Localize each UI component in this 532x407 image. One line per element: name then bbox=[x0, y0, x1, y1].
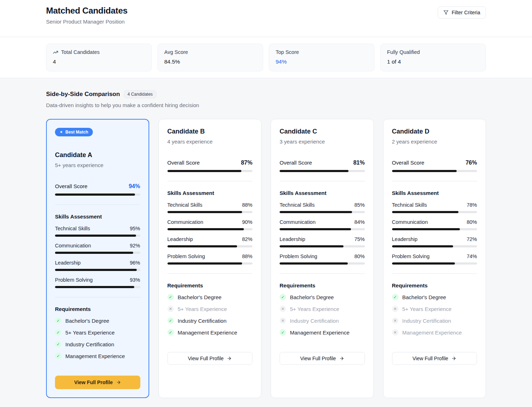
skill-bar bbox=[55, 269, 140, 271]
requirement-row: Bachelor's Degree bbox=[167, 294, 253, 300]
skills-section-title: Skills Assessment bbox=[280, 190, 365, 196]
filter-criteria-button[interactable]: Filter Criteria bbox=[438, 6, 486, 19]
skill-value: 96% bbox=[130, 260, 140, 266]
skills-section-title: Skills Assessment bbox=[167, 190, 253, 196]
candidate-card-a: ★ Best Match Candidate A 5+ years experi… bbox=[46, 119, 149, 398]
candidate-card-b: Candidate B 4 years experience Overall S… bbox=[159, 119, 262, 398]
overall-score-bar bbox=[392, 170, 477, 172]
overall-score-bar-fill bbox=[167, 170, 241, 172]
skill-bar bbox=[280, 245, 365, 247]
skills-assessment-block: Skills Assessment Technical Skills 85% C… bbox=[280, 190, 365, 265]
skills-assessment-block: Skills Assessment Technical Skills 88% C… bbox=[167, 190, 253, 265]
divider bbox=[55, 297, 140, 297]
skill-bar-fill bbox=[392, 262, 455, 265]
skill-value: 74% bbox=[467, 253, 477, 259]
overall-score-value: 81% bbox=[353, 160, 365, 166]
candidate-name: Candidate C bbox=[280, 128, 365, 135]
arrow-right-icon bbox=[339, 356, 344, 361]
overall-score-block: Overall Score 94% bbox=[55, 183, 140, 196]
x-icon bbox=[280, 317, 286, 324]
skill-bar-fill bbox=[280, 211, 352, 213]
view-full-profile-label: View Full Profile bbox=[300, 356, 336, 361]
requirement-row: 5+ Years Experience bbox=[55, 329, 140, 336]
candidate-experience: 5+ years experience bbox=[55, 162, 140, 168]
skill-label: Problem Solving bbox=[280, 253, 317, 259]
requirement-label: Management Experience bbox=[402, 330, 462, 336]
requirement-label: 5+ Years Experience bbox=[402, 306, 452, 312]
divider bbox=[392, 181, 477, 181]
check-icon bbox=[167, 329, 174, 336]
skill-bar-fill bbox=[392, 245, 453, 247]
view-full-profile-label: View Full Profile bbox=[188, 356, 224, 361]
skill-bar bbox=[280, 211, 365, 213]
requirements-section-title: Requirements bbox=[280, 282, 365, 288]
skill-row: Leadership 96% bbox=[55, 260, 140, 271]
requirement-label: Bachelor's Degree bbox=[178, 294, 222, 300]
skill-row: Leadership 75% bbox=[280, 236, 365, 247]
skill-label: Leadership bbox=[55, 260, 81, 266]
requirement-row: Management Experience bbox=[167, 329, 253, 336]
skill-bar bbox=[280, 228, 365, 230]
skill-label: Problem Solving bbox=[167, 253, 205, 259]
comparison-subtitle: Data-driven insights to help you make a … bbox=[46, 102, 486, 108]
x-icon bbox=[392, 317, 398, 324]
view-full-profile-button[interactable]: View Full Profile bbox=[392, 352, 477, 365]
requirement-row: Management Experience bbox=[55, 353, 140, 359]
candidate-name: Candidate B bbox=[167, 128, 253, 135]
skill-value: 82% bbox=[242, 236, 252, 242]
skill-bar bbox=[167, 262, 253, 265]
view-full-profile-label: View Full Profile bbox=[412, 356, 448, 361]
overall-score-label: Overall Score bbox=[55, 183, 87, 189]
requirement-row: Bachelor's Degree bbox=[280, 294, 365, 300]
skill-bar bbox=[167, 228, 253, 230]
requirement-label: Bachelor's Degree bbox=[290, 294, 334, 300]
skills-assessment-block: Skills Assessment Technical Skills 78% C… bbox=[392, 190, 477, 265]
skill-bar-fill bbox=[167, 245, 237, 247]
skill-bar-fill bbox=[55, 269, 137, 271]
requirements-block: Requirements Bachelor's Degree 5+ Years … bbox=[392, 282, 477, 336]
check-icon bbox=[55, 329, 61, 336]
divider bbox=[55, 205, 140, 205]
skill-row: Problem Solving 93% bbox=[55, 277, 140, 288]
skill-bar bbox=[280, 262, 365, 265]
skill-bar bbox=[167, 211, 253, 213]
skill-value: 88% bbox=[242, 202, 252, 208]
view-full-profile-label: View Full Profile bbox=[74, 380, 113, 385]
skill-row: Technical Skills 95% bbox=[55, 226, 140, 237]
overall-score-block: Overall Score 87% bbox=[167, 160, 253, 172]
stat-label: Fully Qualified bbox=[387, 49, 420, 55]
requirement-label: Management Experience bbox=[290, 330, 350, 336]
arrow-right-icon bbox=[227, 356, 232, 361]
requirement-label: 5+ Years Experience bbox=[290, 306, 339, 312]
view-full-profile-button[interactable]: View Full Profile bbox=[280, 352, 365, 365]
requirement-row: 5+ Years Experience bbox=[280, 306, 365, 312]
skill-row: Problem Solving 80% bbox=[280, 253, 365, 265]
skill-label: Leadership bbox=[392, 236, 418, 242]
skill-bar-fill bbox=[280, 262, 348, 265]
stats-bar: Total Candidates 4 Avg Score 84.5% Top S… bbox=[0, 37, 532, 78]
skill-row: Communication 90% bbox=[167, 219, 253, 230]
view-full-profile-button[interactable]: View Full Profile bbox=[55, 376, 140, 389]
skill-bar-fill bbox=[392, 211, 458, 213]
requirement-label: 5+ Years Experience bbox=[65, 330, 115, 336]
skill-label: Communication bbox=[392, 219, 428, 225]
overall-score-bar bbox=[167, 170, 253, 172]
skill-bar-fill bbox=[167, 211, 242, 213]
stat-label: Avg Score bbox=[164, 49, 188, 55]
skill-row: Problem Solving 74% bbox=[392, 253, 477, 265]
skill-value: 85% bbox=[354, 202, 365, 208]
requirement-row: Bachelor's Degree bbox=[55, 317, 140, 324]
stat-card-total-candidates: Total Candidates 4 bbox=[46, 44, 152, 71]
candidate-count-badge: 4 Candidates bbox=[124, 90, 156, 98]
skill-value: 90% bbox=[242, 219, 252, 225]
candidate-card-d: Candidate D 2 years experience Overall S… bbox=[383, 119, 486, 398]
skill-row: Communication 84% bbox=[280, 219, 365, 230]
overall-score-value: 87% bbox=[241, 160, 252, 166]
view-full-profile-button[interactable]: View Full Profile bbox=[167, 352, 253, 365]
trending-up-icon bbox=[53, 50, 58, 55]
skill-value: 80% bbox=[467, 219, 477, 225]
skill-value: 80% bbox=[354, 253, 365, 259]
requirement-label: Industry Certification bbox=[65, 341, 114, 347]
skill-bar bbox=[392, 262, 477, 265]
requirement-label: Industry Certification bbox=[178, 318, 227, 324]
